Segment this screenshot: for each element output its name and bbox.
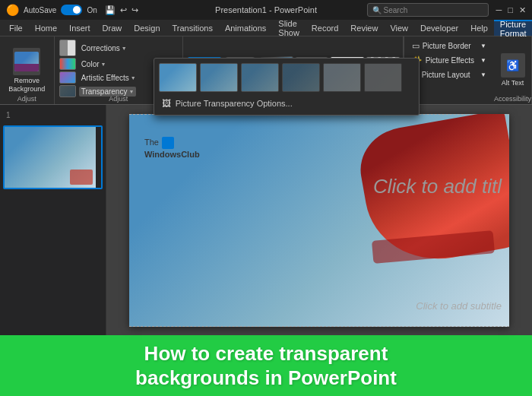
powerpoint-logo-icon: 🟠	[6, 4, 19, 16]
autosave-state: On	[87, 6, 97, 14]
banner-line1: How to create transparent	[144, 342, 388, 365]
transparency-label: Transparency	[81, 87, 128, 96]
picture-layout-arrow: ▼	[480, 71, 486, 78]
logo-line1: The	[144, 137, 159, 148]
main-area: 1 The WindowsClub	[0, 105, 532, 335]
ribbon-tabs: File Home Insert Draw Design Transitions…	[0, 20, 532, 36]
toggle-knob	[73, 6, 81, 14]
adjust-group: Corrections ▼ Color ▼ Artistic Effects ▼…	[55, 36, 183, 104]
picture-transparency-options-link[interactable]: 🖼 Picture Transparency Options...	[159, 97, 414, 110]
transparency-dropdown-arrow: ▼	[128, 89, 134, 94]
close-button[interactable]: ✕	[519, 5, 526, 15]
transparency-options-label: Picture Transparency Options...	[176, 99, 293, 108]
adjust-label: Adjust	[0, 95, 54, 103]
artistic-effects-row: Artistic Effects ▼	[59, 71, 138, 84]
artistic-effects-label: Artistic Effects	[81, 74, 129, 82]
tab-insert[interactable]: Insert	[63, 20, 97, 36]
subtitle-placeholder-text: Click to add subtitle	[416, 300, 502, 312]
picture-effects-label: Picture Effects	[426, 56, 474, 65]
tab-developer[interactable]: Developer	[414, 20, 464, 36]
picture-effects-button[interactable]: ✨ Picture Effects ▼	[409, 54, 489, 67]
redo-icon[interactable]: ↪	[131, 5, 138, 15]
corrections-label: Corrections	[81, 44, 120, 52]
bottom-banner-text: How to create transparent backgrounds in…	[135, 341, 397, 391]
title-placeholder[interactable]: Click to add titl	[373, 175, 502, 198]
corrections-icon	[59, 40, 76, 56]
transparency-thumbnails-grid	[159, 63, 414, 92]
tab-help[interactable]: Help	[464, 20, 494, 36]
corrections-row: Corrections ▼	[59, 40, 129, 56]
transparency-thumb-80[interactable]	[364, 63, 402, 92]
ribbon: RemoveBackground Adjust Corrections ▼ Co…	[0, 36, 532, 105]
tab-home[interactable]: Home	[29, 20, 63, 36]
tab-design[interactable]: Design	[128, 20, 166, 36]
picture-border-arrow: ▼	[480, 43, 486, 49]
picture-border-label: Picture Border	[423, 42, 471, 50]
transparency-dropdown: 🖼 Picture Transparency Options...	[154, 58, 420, 116]
slide-border-bottom	[129, 326, 509, 327]
color-icon	[59, 58, 76, 70]
artistic-effects-icon	[59, 71, 76, 84]
picture-layout-button[interactable]: ⊞ Picture Layout ▼	[409, 68, 489, 81]
picture-layout-label: Picture Layout	[422, 71, 470, 79]
picture-effects-arrow: ▼	[480, 57, 486, 64]
save-icon[interactable]: 💾	[105, 5, 116, 15]
autosave-toggle[interactable]	[61, 5, 82, 15]
accessibility-label: Accessibility	[494, 95, 531, 103]
tab-animations[interactable]: Animations	[219, 20, 272, 36]
color-row: Color ▼	[59, 58, 109, 70]
transparency-thumb-0[interactable]	[159, 63, 197, 92]
transparency-thumb-30[interactable]	[241, 63, 279, 92]
remove-background-label: RemoveBackground	[8, 77, 45, 93]
transparency-thumb-15[interactable]	[200, 63, 238, 92]
color-dropdown-arrow: ▼	[101, 62, 106, 67]
slide-logo: The WindowsClub	[144, 137, 200, 160]
subtitle-placeholder[interactable]: Click to add subtitle	[416, 300, 502, 312]
tab-picture-format[interactable]: Picture Format	[494, 20, 532, 36]
title-bar-right: 🔍 Search ─ □ ✕	[367, 3, 526, 17]
tab-record[interactable]: Record	[306, 20, 344, 36]
tab-slideshow[interactable]: Slide Show	[272, 20, 306, 36]
picture-border-icon: ▭	[412, 41, 420, 51]
title-placeholder-text: Click to add titl	[373, 175, 502, 198]
bottom-banner: How to create transparent backgrounds in…	[0, 335, 532, 396]
tab-draw[interactable]: Draw	[97, 20, 128, 36]
slide-thumb-plane	[70, 169, 93, 185]
slide-panel: 1	[0, 105, 106, 335]
window-title: Presentation1 - PowerPoint	[215, 5, 317, 14]
logo-line2: WindowsClub	[144, 149, 200, 160]
alt-text-label: Alt Text	[502, 79, 524, 87]
alt-text-icon: ♿	[501, 53, 525, 78]
logo-icon	[162, 137, 174, 149]
banner-line2: backgrounds in PowerPoint	[135, 366, 397, 389]
autosave-label: AutoSave	[24, 6, 56, 14]
slide-thumbnail-container[interactable]	[3, 125, 103, 189]
corrections-dropdown-arrow: ▼	[122, 46, 127, 51]
maximize-button[interactable]: □	[508, 5, 513, 14]
color-button[interactable]: Color ▼	[79, 59, 109, 69]
tab-file[interactable]: File	[3, 20, 29, 36]
options-icon: 🖼	[162, 98, 171, 109]
search-placeholder: Search	[384, 6, 408, 14]
artistic-effects-arrow: ▼	[131, 75, 136, 81]
alt-text-button[interactable]: ♿ Alt Text	[498, 50, 528, 90]
artistic-effects-button[interactable]: Artistic Effects ▼	[79, 73, 138, 83]
search-icon: 🔍	[372, 6, 382, 14]
search-bar[interactable]: 🔍 Search	[367, 3, 489, 17]
slide-canvas-area: The WindowsClub Click to add titl Click …	[106, 105, 532, 335]
alt-text-group: ♿ Alt Text Accessibility	[494, 36, 532, 104]
picture-border-button[interactable]: ▭ Picture Border ▼	[409, 40, 489, 52]
slide-canvas[interactable]: The WindowsClub Click to add titl Click …	[129, 114, 509, 327]
title-bar: 🟠 AutoSave On 💾 ↩ ↪ Presentation1 - Powe…	[0, 0, 532, 20]
minimize-button[interactable]: ─	[496, 5, 502, 14]
tab-transitions[interactable]: Transitions	[166, 20, 219, 36]
tab-view[interactable]: View	[384, 20, 414, 36]
tab-review[interactable]: Review	[344, 20, 384, 36]
transparency-thumb-65[interactable]	[323, 63, 361, 92]
remove-background-icon	[13, 48, 40, 75]
undo-icon[interactable]: ↩	[120, 5, 127, 15]
remove-background-group: RemoveBackground Adjust	[0, 36, 55, 104]
transparency-thumb-50[interactable]	[282, 63, 320, 92]
corrections-button[interactable]: Corrections ▼	[79, 43, 129, 53]
remove-background-button[interactable]: RemoveBackground	[5, 46, 48, 95]
